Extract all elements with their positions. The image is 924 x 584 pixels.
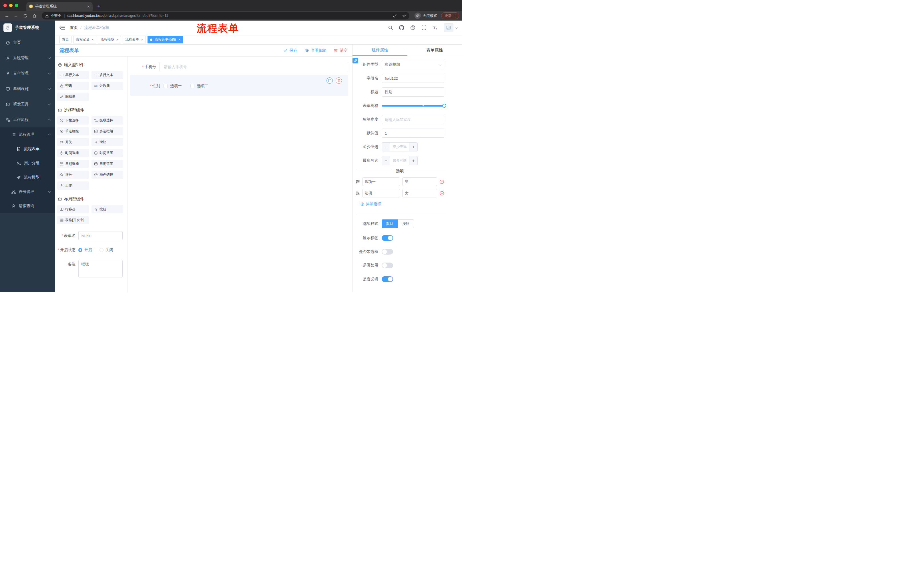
component-chip-dropdown[interactable]: 下拉选择 [57,116,89,125]
component-type-select[interactable]: 多选框组 [382,60,444,69]
status-radio-off[interactable]: 关闭 [99,245,113,255]
label-width-input[interactable] [382,115,444,124]
menu-dots-icon[interactable]: ⋮ [453,14,457,18]
plus-button[interactable]: + [409,156,417,165]
component-chip-row-container[interactable]: 行容器 [57,205,89,214]
grid-slider[interactable] [382,101,444,110]
drag-option-icon[interactable] [355,179,360,184]
max-select-input[interactable] [390,156,409,165]
user-avatar-menu[interactable] [444,23,457,32]
sidebar-item-user-groups[interactable]: 用户分组 [0,156,55,170]
browser-home-icon[interactable] [30,12,38,20]
view-json-button[interactable]: 查看json [305,48,326,53]
option-label-input[interactable] [362,178,400,186]
forward-icon[interactable]: → [12,12,20,20]
tag-process-model[interactable]: 流程模型× [98,36,121,43]
gender-checkbox-option2[interactable]: 选项二 [190,84,209,89]
status-radio-on[interactable]: 开启 [78,245,92,255]
option-style-default[interactable]: 默认 [382,219,398,228]
slider-handle[interactable] [442,104,446,108]
delete-widget-button[interactable] [336,77,342,84]
sidebar-item-process-management[interactable]: 流程管理 [0,127,55,142]
new-tab-button[interactable]: + [97,3,101,9]
breadcrumb-home[interactable]: 首页 [70,25,78,30]
component-chip-date-range[interactable]: 日期范围 [91,160,123,168]
sidebar-item-process-model[interactable]: 流程模型 [0,170,55,184]
github-icon[interactable] [399,25,404,30]
key-icon[interactable] [391,13,399,19]
required-switch[interactable] [382,276,393,282]
component-chip-password[interactable]: 密码 [57,82,89,90]
show-label-switch[interactable] [382,235,393,241]
component-chip-checkbox-group[interactable]: 多选框组 [91,127,123,135]
copy-widget-button[interactable] [327,77,333,84]
phone-input[interactable] [160,62,348,72]
tag-process-form-edit[interactable]: 流程表单-编辑× [147,36,183,43]
component-chip-switch[interactable]: 开关 [57,138,89,146]
clear-button[interactable]: 清空 [333,48,348,53]
component-chip-radio-group[interactable]: 单选框组 [57,127,89,135]
min-select-stepper[interactable]: − + [382,142,418,151]
help-icon[interactable] [410,25,416,30]
component-chip-rate[interactable]: 评分 [57,171,89,179]
component-chip-slider[interactable]: 滑块 [91,138,123,146]
component-chip-date-picker[interactable]: 日期选择 [57,160,89,168]
hamburger-icon[interactable] [59,25,65,31]
tag-process-definition[interactable]: 流程定义× [73,36,96,43]
component-chip-time-range[interactable]: 时间范围 [91,149,123,157]
window-zoom-button[interactable] [15,4,18,7]
component-chip-button[interactable]: 按钮 [91,205,123,214]
window-minimize-button[interactable] [9,4,13,7]
sidebar-item-infrastructure[interactable]: 基础设施 [0,81,55,97]
panel-link-handle[interactable] [353,58,358,63]
widget-gender-selected[interactable]: 性别 选项一 选项二 [130,75,348,96]
tab-close-icon[interactable]: × [87,4,90,8]
incognito-indicator[interactable]: 无痕模式 [414,13,437,19]
title-input[interactable] [382,87,444,97]
save-button[interactable]: 保存 [283,48,297,53]
close-icon[interactable]: × [91,38,94,41]
add-option-button[interactable]: 添加选项 [361,201,444,207]
component-chip-single-text[interactable]: 单行文本 [57,71,89,79]
component-chip-multi-text[interactable]: 多行文本 [91,71,123,79]
widget-phone-field[interactable]: 手机号 [130,62,348,72]
plus-button[interactable]: + [409,143,417,151]
address-bar[interactable]: 不安全 | dashboard.yudao.iocoder.cn/bpm/man… [42,12,409,20]
back-icon[interactable]: ← [3,12,11,20]
option-value-input[interactable] [402,189,437,197]
browser-tab[interactable]: 芋道管理系统 × [26,2,92,11]
border-switch[interactable] [382,249,393,255]
option-style-button[interactable]: 按钮 [398,219,414,228]
sidebar-item-dev-tools[interactable]: 研发工具 [0,97,55,112]
window-close-button[interactable] [3,4,7,7]
remark-textarea[interactable]: 嘿嘿 [78,260,123,277]
sidebar-item-home[interactable]: 首页 [0,35,55,50]
field-name-input[interactable] [382,74,444,83]
component-chip-counter[interactable]: 计数器 [91,82,123,90]
font-size-icon[interactable] [432,25,438,30]
component-chip-cascader[interactable]: 级联选择 [91,116,123,125]
sidebar-item-process-form[interactable]: 流程表单 [0,142,55,156]
component-chip-upload[interactable]: 上传 [57,181,89,190]
max-select-stepper[interactable]: − + [382,156,418,165]
disabled-switch[interactable] [382,263,393,268]
form-name-input[interactable] [78,231,123,240]
sidebar-item-system[interactable]: 系统管理 [0,50,55,66]
reload-icon[interactable] [21,12,29,20]
component-chip-editor[interactable]: 编辑器 [57,92,89,101]
remove-option-icon[interactable] [439,179,444,184]
close-icon[interactable]: × [178,38,181,41]
app-logo[interactable]: 芋道管理系统 [0,21,55,35]
minus-button[interactable]: − [382,143,390,151]
drag-option-icon[interactable] [355,191,360,196]
tab-component-properties[interactable]: 组件属性 [353,44,408,56]
close-icon[interactable]: × [141,38,143,41]
sidebar-item-workflow[interactable]: 工作流程 [0,112,55,127]
browser-update-button[interactable]: 更新 ⋮ [441,12,459,19]
component-chip-color-picker[interactable]: 颜色选择 [91,171,123,179]
close-icon[interactable]: × [116,38,119,41]
option-label-input[interactable] [362,189,400,197]
min-select-input[interactable] [390,143,409,151]
tag-home[interactable]: 首页 [59,36,71,43]
sidebar-item-task-management[interactable]: 任务管理 [0,184,55,199]
